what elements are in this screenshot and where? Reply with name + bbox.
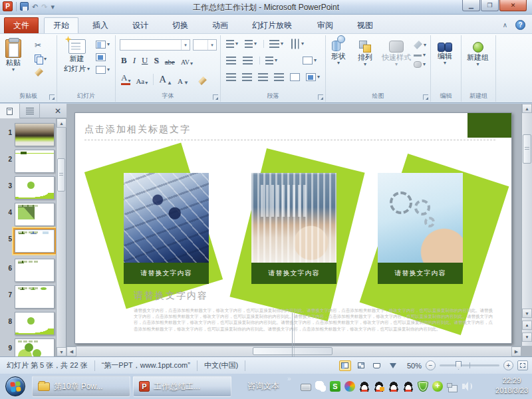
increase-indent-button[interactable] bbox=[243, 57, 253, 65]
scroll-down-icon[interactable]: ▼ bbox=[522, 309, 532, 318]
zoom-slider[interactable] bbox=[440, 364, 499, 366]
antivirus-tray-icon[interactable]: + bbox=[432, 381, 443, 392]
taskbar-item-powerpoint[interactable]: P 工作总结工... bbox=[133, 376, 231, 397]
distributed-button[interactable] bbox=[290, 73, 300, 81]
character-spacing-button[interactable]: AV▾ bbox=[181, 59, 193, 66]
align-center-button[interactable] bbox=[242, 73, 252, 81]
font-size-combobox[interactable]: ▾ bbox=[193, 39, 217, 51]
panel-scroll-thumb[interactable] bbox=[57, 158, 65, 192]
security-shield-tray-icon[interactable] bbox=[418, 381, 428, 392]
zoom-level[interactable]: 50% bbox=[407, 362, 422, 370]
slide-thumbnail[interactable]: 2 bbox=[0, 149, 56, 176]
reset-slide-button[interactable] bbox=[96, 53, 110, 61]
shrink-font-button[interactable]: A▼ bbox=[178, 77, 189, 85]
paste-dropdown-icon[interactable]: ▾ bbox=[12, 68, 15, 72]
shapes-button[interactable]: 形状 ▾ bbox=[331, 41, 346, 65]
slide-thumbnail[interactable]: 3 bbox=[0, 176, 56, 202]
tab-design[interactable]: 设计 bbox=[124, 17, 157, 33]
italic-button[interactable]: I bbox=[133, 55, 136, 66]
vertical-scrollbar[interactable]: ▲ ▼ ▲ ▼ bbox=[521, 104, 532, 346]
tab-home[interactable]: 开始 bbox=[44, 17, 78, 33]
numbering-button[interactable]: ▾ bbox=[245, 40, 257, 48]
align-left-button[interactable] bbox=[226, 73, 236, 81]
panel-scroll-down-icon[interactable]: ▼ bbox=[57, 347, 66, 356]
tab-slideshow[interactable]: 幻灯片放映 bbox=[243, 17, 301, 33]
language-indicator[interactable]: 中文(中国) bbox=[198, 360, 245, 371]
slide-photo-typing[interactable] bbox=[251, 173, 336, 263]
rainbow-tray-icon[interactable] bbox=[344, 381, 355, 392]
clipboard-dialog-launcher[interactable] bbox=[49, 94, 55, 100]
shape-outline-button[interactable]: ▾ bbox=[414, 53, 426, 57]
slide-thumbnail[interactable]: 8 bbox=[0, 311, 56, 338]
slides-tab[interactable] bbox=[0, 104, 20, 118]
slideshow-button[interactable] bbox=[387, 360, 399, 371]
format-painter-button[interactable] bbox=[35, 68, 47, 76]
photo-caption[interactable]: 请替换文字内容 bbox=[251, 263, 336, 284]
arrange-button[interactable]: 排列 ▾ bbox=[358, 41, 372, 66]
minimize-button[interactable]: ▁ bbox=[462, 0, 480, 11]
hscroll-thumb[interactable] bbox=[253, 347, 332, 355]
photo-caption[interactable]: 请替换文字内容 bbox=[378, 263, 463, 284]
slide-photo-staircase[interactable] bbox=[124, 173, 209, 263]
scroll-left-icon[interactable]: ◀ bbox=[66, 346, 76, 356]
wechat-tray-icon[interactable] bbox=[315, 381, 326, 392]
editing-button[interactable]: 编辑 ▾ bbox=[438, 42, 452, 65]
slide-thumbnail[interactable]: 6 bbox=[0, 258, 56, 285]
qq-tray-icon[interactable] bbox=[388, 381, 399, 392]
slide-photo-gears[interactable] bbox=[378, 173, 463, 263]
qq-tray-icon[interactable] bbox=[374, 381, 384, 392]
keyboard-tray-icon[interactable] bbox=[301, 384, 311, 391]
scroll-thumb[interactable] bbox=[523, 134, 531, 164]
font-name-dropdown-icon[interactable]: ▾ bbox=[181, 40, 190, 50]
next-slide-button[interactable]: ▼ bbox=[522, 332, 532, 342]
clear-formatting-icon[interactable] bbox=[198, 76, 207, 85]
tab-view[interactable]: 视图 bbox=[348, 17, 382, 33]
slide-body-text[interactable]: 请替换文字内容，点击添加相关标题文字，修改文字内容，也可以直接复制你的内容到此。… bbox=[134, 307, 493, 343]
start-button[interactable] bbox=[5, 376, 25, 396]
zoom-out-button[interactable]: − bbox=[426, 360, 436, 370]
decrease-indent-button[interactable] bbox=[226, 57, 236, 65]
slide-thumbnail[interactable]: 7 bbox=[0, 285, 56, 311]
align-text-button[interactable]: ▾ bbox=[303, 57, 317, 65]
collapse-ribbon-icon[interactable]: ∧ bbox=[503, 21, 507, 29]
font-size-dropdown-icon[interactable]: ▾ bbox=[207, 40, 216, 50]
scroll-right-icon[interactable]: ▶ bbox=[511, 346, 521, 356]
taskbar-item-folder[interactable]: 第10章 Pow... bbox=[32, 376, 130, 397]
justify-button[interactable] bbox=[274, 73, 284, 81]
tab-insert[interactable]: 插入 bbox=[84, 17, 117, 33]
close-panel-icon[interactable]: ✕ bbox=[49, 104, 66, 118]
slide-thumbnail[interactable]: 9 bbox=[0, 338, 56, 356]
slide-canvas[interactable]: 点击添加相关标题文字 请替换文字内容 请替换文字内容 请替换文字内容 请替换文字… bbox=[74, 112, 512, 344]
paste-button[interactable]: 粘贴 ▾ bbox=[5, 39, 21, 72]
font-color-button[interactable]: A▾ bbox=[121, 72, 130, 85]
network-tray-icon[interactable] bbox=[447, 383, 458, 391]
restore-button[interactable]: ❐ bbox=[481, 0, 499, 11]
font-name-combobox[interactable]: ▾ bbox=[120, 39, 190, 51]
panel-scrollbar[interactable]: ▲ ▼ bbox=[56, 118, 66, 356]
bold-button[interactable]: B bbox=[121, 55, 127, 66]
slide-layout-button[interactable]: ▾ bbox=[96, 41, 110, 49]
tab-transitions[interactable]: 切换 bbox=[164, 17, 197, 33]
slide-thumbnail[interactable]: 1 bbox=[0, 122, 56, 149]
slide-sorter-button[interactable] bbox=[355, 360, 367, 371]
qq-tray-icon[interactable] bbox=[403, 381, 414, 392]
panel-scroll-up-icon[interactable]: ▲ bbox=[57, 118, 66, 128]
copy-button[interactable]: ▾ bbox=[35, 55, 47, 63]
taskbar-clock[interactable]: 22:29 2018/3/23 bbox=[495, 376, 528, 396]
toolbar-chevron-icon[interactable]: » bbox=[287, 375, 291, 382]
new-slide-button[interactable]: 新建 幻灯片▾ bbox=[64, 39, 90, 74]
qq-tray-icon[interactable] bbox=[359, 381, 370, 392]
reading-view-button[interactable] bbox=[371, 360, 383, 371]
zoom-slider-thumb[interactable] bbox=[456, 361, 462, 370]
outline-tab[interactable] bbox=[20, 104, 40, 118]
paragraph-dialog-launcher[interactable] bbox=[318, 94, 323, 100]
text-shadow-button[interactable]: S bbox=[154, 55, 158, 66]
sogou-tray-icon[interactable]: S bbox=[330, 381, 340, 392]
slide-subtitle[interactable]: 请替换文字内容 bbox=[134, 290, 208, 302]
bullets-button[interactable]: ▾ bbox=[226, 40, 238, 48]
shape-effects-button[interactable]: ▾ bbox=[414, 61, 426, 68]
slide-thumbnail[interactable]: 4 bbox=[0, 202, 56, 229]
cut-button[interactable]: ✂ bbox=[35, 41, 47, 50]
underline-button[interactable]: U bbox=[142, 55, 148, 66]
normal-view-button[interactable] bbox=[339, 360, 351, 371]
